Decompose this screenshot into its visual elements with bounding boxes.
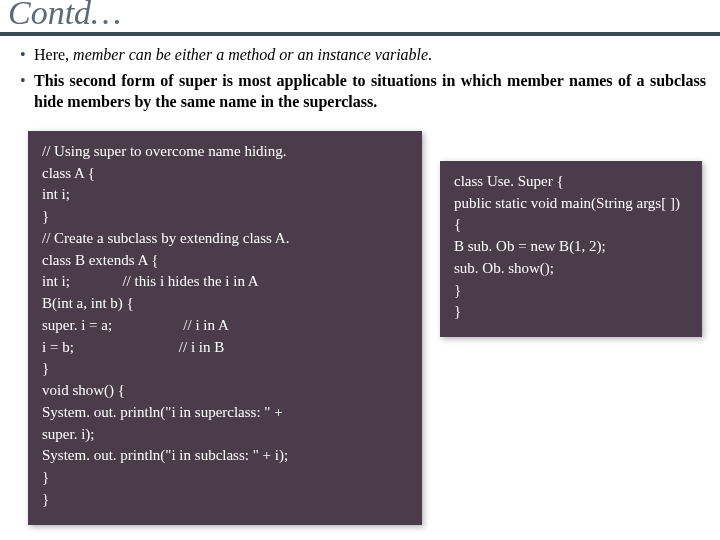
bullet-1: Here, member can be either a method or a… <box>20 44 706 66</box>
bullet-1-pre: Here, <box>34 46 73 63</box>
code-box-right: class Use. Super { public static void ma… <box>440 161 702 337</box>
code-row: // Using super to overcome name hiding. … <box>0 117 720 525</box>
code-box-left: // Using super to overcome name hiding. … <box>28 131 422 525</box>
bullet-2: This second form of super is most applic… <box>20 70 706 113</box>
bullet-1-em: member can be either a method or an inst… <box>73 46 432 63</box>
bullet-list: Here, member can be either a method or a… <box>0 44 720 113</box>
bullet-2-text: This second form of super is most applic… <box>34 72 706 111</box>
slide: { "title": "Contd…", "bullets": { "b1_pr… <box>0 0 720 536</box>
title-rule <box>0 32 720 36</box>
slide-title: Contd… <box>0 0 720 30</box>
